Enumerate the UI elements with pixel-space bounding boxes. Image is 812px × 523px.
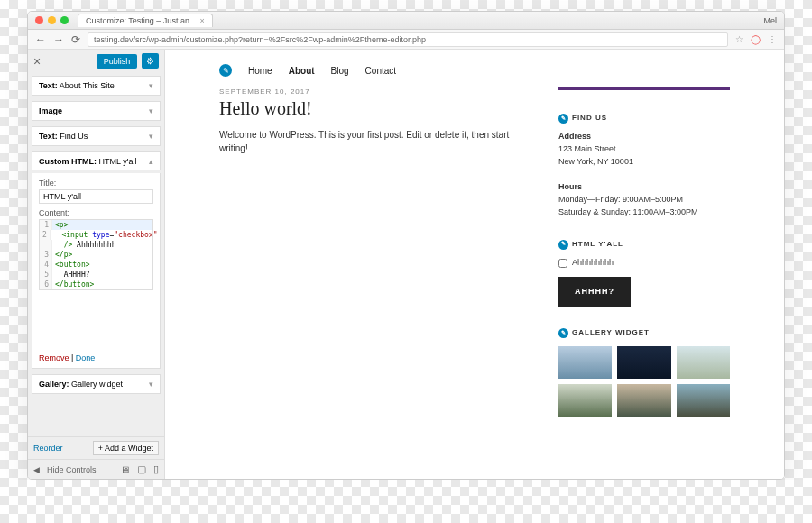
sidebar-footer: ◀ Hide Controls 🖥 ▢ ▯ (28, 459, 164, 479)
nav-home[interactable]: Home (248, 66, 272, 76)
forward-icon[interactable]: → (53, 33, 64, 46)
content-area: × Publish ⚙ Text: About This Site ▾ Imag… (28, 50, 784, 479)
find-us-widget: ✎FIND US Address 123 Main Street New Yor… (558, 113, 730, 219)
panel-actions: Remove | Done (39, 353, 153, 362)
mobile-icon[interactable]: ▯ (153, 463, 159, 475)
extension-icon[interactable]: ◯ (751, 34, 761, 44)
post-date: SEPTEMBER 10, 2017 (219, 87, 531, 96)
window-controls (35, 16, 69, 24)
chevron-down-icon: ▾ (149, 132, 153, 141)
hide-controls-link[interactable]: Hide Controls (47, 465, 113, 474)
customizer-sidebar: × Publish ⚙ Text: About This Site ▾ Imag… (28, 50, 165, 479)
widget-text-findus[interactable]: Text: Find Us ▾ (32, 126, 161, 146)
post-body: Welcome to WordPress. This is your first… (219, 128, 531, 155)
reload-icon[interactable]: ⟳ (71, 33, 80, 46)
divider (558, 87, 730, 90)
edit-shortcut-icon[interactable]: ✎ (558, 328, 568, 338)
bookmark-icon[interactable]: ☆ (735, 34, 743, 44)
edit-shortcut-icon[interactable]: ✎ (219, 64, 232, 77)
nav-contact[interactable]: Contact (365, 66, 396, 76)
chevron-up-icon: ▴ (149, 157, 153, 166)
done-link[interactable]: Done (76, 353, 96, 362)
back-icon[interactable]: ← (35, 33, 46, 46)
publish-button[interactable]: Publish (97, 54, 138, 69)
gallery-image[interactable] (677, 346, 730, 379)
address-bar: ← → ⟳ testing.dev/src/wp-admin/customize… (28, 30, 784, 50)
gallery-image[interactable] (558, 346, 612, 379)
close-window-icon[interactable] (35, 16, 43, 24)
html-code-editor[interactable]: 1<p>2 <input type="checkbox" /> Ahhhhhhh… (39, 219, 153, 290)
add-widget-button[interactable]: + Add a Widget (93, 441, 159, 455)
close-customizer-icon[interactable]: × (33, 54, 41, 69)
nav-blog[interactable]: Blog (331, 66, 349, 76)
close-tab-icon[interactable]: × (199, 16, 204, 25)
post: SEPTEMBER 10, 2017 Hello world! Welcome … (219, 87, 531, 436)
preview-sidebar: ✎FIND US Address 123 Main Street New Yor… (558, 87, 730, 436)
desktop-icon[interactable]: 🖥 (120, 464, 130, 475)
site-nav: ✎ Home About Blog Contact (219, 59, 730, 87)
gallery-widget: ✎GALLERY WIDGET (558, 327, 730, 416)
sidebar-header: × Publish ⚙ (28, 50, 164, 73)
edit-shortcut-icon[interactable]: ✎ (558, 114, 568, 124)
gallery-image[interactable] (617, 384, 670, 417)
maximize-window-icon[interactable] (60, 16, 69, 24)
widget-custom-html[interactable]: Custom HTML: HTML y'all ▴ (32, 151, 161, 170)
chevron-down-icon: ▾ (149, 81, 153, 90)
post-title[interactable]: Hello world! (219, 98, 531, 119)
profile-name[interactable]: Mel (763, 16, 777, 25)
reorder-link[interactable]: Reorder (33, 444, 63, 453)
chevron-down-icon: ▾ (149, 106, 153, 115)
gallery-image[interactable] (558, 384, 612, 417)
menu-icon[interactable]: ⋮ (768, 34, 777, 44)
browser-window: Customize: Testing – Just an... × Mel ← … (27, 11, 785, 480)
html-yall-widget: ✎HTML Y'ALL Ahhhhhhhh AHHHH? (558, 239, 730, 307)
browser-tab[interactable]: Customize: Testing – Just an... × (78, 14, 213, 27)
site-preview: ✎ Home About Blog Contact SEPTEMBER 10, … (165, 50, 784, 479)
ahh-button[interactable]: AHHHH? (558, 277, 631, 307)
widget-image[interactable]: Image ▾ (32, 101, 161, 121)
titlebar: Customize: Testing – Just an... × Mel (28, 12, 784, 30)
gear-icon[interactable]: ⚙ (142, 53, 159, 69)
widget-text-about[interactable]: Text: About This Site ▾ (32, 76, 161, 96)
minimize-window-icon[interactable] (48, 16, 56, 24)
title-label: Title: (39, 179, 153, 188)
url-input[interactable]: testing.dev/src/wp-admin/customize.php?r… (88, 32, 728, 47)
gallery-image[interactable] (617, 346, 670, 379)
collapse-icon[interactable]: ◀ (33, 465, 40, 474)
gallery-image[interactable] (677, 384, 730, 417)
ahh-checkbox[interactable] (558, 259, 567, 268)
tablet-icon[interactable]: ▢ (137, 463, 146, 475)
content-label: Content: (39, 208, 153, 217)
chevron-down-icon: ▾ (149, 380, 153, 389)
edit-shortcut-icon[interactable]: ✎ (558, 240, 568, 250)
nav-about[interactable]: About (289, 66, 315, 76)
widget-gallery[interactable]: Gallery: Gallery widget ▾ (32, 374, 161, 394)
custom-html-panel: Title: Content: 1<p>2 <input type="check… (32, 173, 161, 369)
widget-title-input[interactable] (39, 189, 153, 204)
widget-footer: Reorder + Add a Widget (28, 436, 164, 459)
tab-title: Customize: Testing – Just an... (86, 16, 196, 25)
remove-link[interactable]: Remove (39, 353, 69, 362)
